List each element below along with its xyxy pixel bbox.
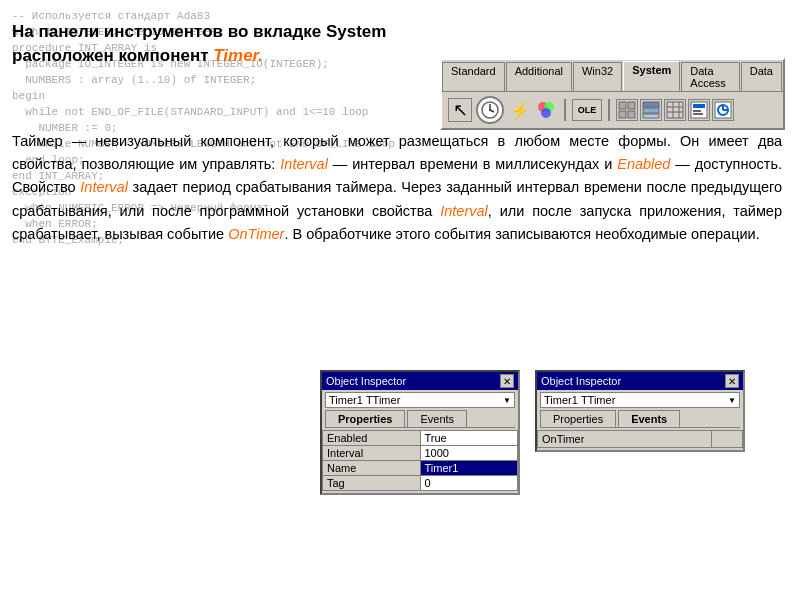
table-row: Enabled True xyxy=(323,431,518,446)
main-body-text: Таймер — невизуальный компонент, который… xyxy=(12,130,782,246)
svg-point-3 xyxy=(489,109,491,111)
grid-icon-1[interactable] xyxy=(616,99,638,121)
lightning-icon[interactable]: ⚡ xyxy=(508,98,532,122)
svg-rect-9 xyxy=(619,111,626,118)
ole-icon[interactable]: OLE xyxy=(572,99,602,121)
object-inspector-1: Object Inspector ✕ Timer1 TTimer ▼ Prope… xyxy=(320,370,520,495)
icon-separator-1 xyxy=(564,99,566,121)
prop-enabled-name: Enabled xyxy=(323,431,421,446)
grid-icon-2[interactable] xyxy=(640,99,662,121)
grid-icon-3[interactable] xyxy=(664,99,686,121)
obj-inspector-1-type: TTimer xyxy=(366,394,400,406)
obj-inspector-2-close-btn[interactable]: ✕ xyxy=(725,374,739,388)
obj-inspector-1-dropdown[interactable]: Timer1 TTimer ▼ xyxy=(325,392,515,408)
prop-interval-value[interactable]: 1000 xyxy=(420,446,518,461)
object-inspector-2: Object Inspector ✕ Timer1 TTimer ▼ Prope… xyxy=(535,370,745,452)
obj-inspector-2-table: OnTimer xyxy=(537,430,743,448)
ontimer-word: OnTimer xyxy=(228,226,284,242)
svg-rect-14 xyxy=(667,102,683,118)
svg-rect-10 xyxy=(628,111,635,118)
obj-inspector-1-tab-events[interactable]: Events xyxy=(407,410,467,427)
prop-name-name: Name xyxy=(323,461,421,476)
timer-icon[interactable] xyxy=(476,96,504,124)
svg-rect-7 xyxy=(619,102,626,109)
obj-inspector-2-component: Timer1 xyxy=(544,394,578,406)
prop-name-value[interactable]: Timer1 xyxy=(420,461,518,476)
svg-rect-8 xyxy=(628,102,635,109)
tab-additional[interactable]: Additional xyxy=(506,62,572,91)
obj-inspector-1-tab-properties[interactable]: Properties xyxy=(325,410,405,427)
tab-data-access[interactable]: Data Access xyxy=(681,62,739,91)
svg-rect-13 xyxy=(643,114,659,118)
icon-separator-2 xyxy=(608,99,610,121)
obj-inspector-2-type: TTimer xyxy=(581,394,615,406)
obj-inspector-2-tab-properties[interactable]: Properties xyxy=(540,410,616,427)
obj-inspector-2-tab-events[interactable]: Events xyxy=(618,410,680,427)
interval-word-2: Interval xyxy=(80,179,128,195)
prop-tag-name: Tag xyxy=(323,476,421,491)
obj-inspector-2-dropdown[interactable]: Timer1 TTimer ▼ xyxy=(540,392,740,408)
tab-data[interactable]: Data xyxy=(741,62,782,91)
obj-inspector-2-arrow: ▼ xyxy=(728,396,736,405)
page-container: -- Используется стандарт Ada83 with IO_I… xyxy=(0,0,800,600)
obj-inspector-1-tabs: Properties Events xyxy=(325,410,515,428)
heading-timer-word: Timer. xyxy=(213,46,263,65)
main-content: На панели инструментов во вкладке System… xyxy=(0,0,800,600)
tab-win32[interactable]: Win32 xyxy=(573,62,622,91)
svg-point-6 xyxy=(541,108,551,118)
obj-inspector-2-title-text: Object Inspector xyxy=(541,375,621,387)
table-row: Name Timer1 xyxy=(323,461,518,476)
color-icon[interactable] xyxy=(534,98,558,122)
obj-inspector-1-close-btn[interactable]: ✕ xyxy=(500,374,514,388)
heading-text: На панели инструментов во вкладке System… xyxy=(12,22,386,65)
prop-interval-name: Interval xyxy=(323,446,421,461)
obj-inspector-1-title: Object Inspector ✕ xyxy=(322,372,518,390)
tab-standard[interactable]: Standard xyxy=(442,62,505,91)
tab-system[interactable]: System xyxy=(623,61,680,91)
interval-word-1: Interval xyxy=(280,156,328,172)
prop-tag-value[interactable]: 0 xyxy=(420,476,518,491)
table-row: Tag 0 xyxy=(323,476,518,491)
body-line6: . В обработчике этого события записывают… xyxy=(284,226,759,242)
body-line2: — интервал времени в миллисекундах и xyxy=(328,156,617,172)
grid-icon-4[interactable] xyxy=(688,99,710,121)
cursor-arrow-icon[interactable]: ↖ xyxy=(448,98,472,122)
grid-icon-5[interactable] xyxy=(712,99,734,121)
toolbar-tabs: Standard Additional Win32 System Data Ac… xyxy=(442,60,783,92)
obj-inspector-1-component: Timer1 xyxy=(329,394,363,406)
event-ontimer-name: OnTimer xyxy=(538,431,712,448)
svg-rect-12 xyxy=(643,108,659,113)
table-row: OnTimer xyxy=(538,431,743,448)
table-row: Interval 1000 xyxy=(323,446,518,461)
interval-word-3: Interval xyxy=(440,203,488,219)
svg-rect-11 xyxy=(643,102,659,107)
toolbar-icons-row: ↖ ⚡ xyxy=(442,92,783,128)
svg-rect-21 xyxy=(693,110,701,112)
svg-rect-22 xyxy=(693,113,703,115)
toolbar-panel: Standard Additional Win32 System Data Ac… xyxy=(440,58,785,130)
obj-inspector-1-table: Enabled True Interval 1000 Name Timer1 T… xyxy=(322,430,518,491)
main-heading: На панели инструментов во вкладке System… xyxy=(12,20,432,68)
event-ontimer-value[interactable] xyxy=(712,431,743,448)
obj-inspector-1-title-text: Object Inspector xyxy=(326,375,406,387)
obj-inspector-2-title: Object Inspector ✕ xyxy=(537,372,743,390)
svg-rect-20 xyxy=(693,104,705,108)
obj-inspector-1-arrow: ▼ xyxy=(503,396,511,405)
enabled-word: Enabled xyxy=(617,156,670,172)
obj-inspector-2-tabs: Properties Events xyxy=(540,410,740,428)
prop-enabled-value[interactable]: True xyxy=(420,431,518,446)
